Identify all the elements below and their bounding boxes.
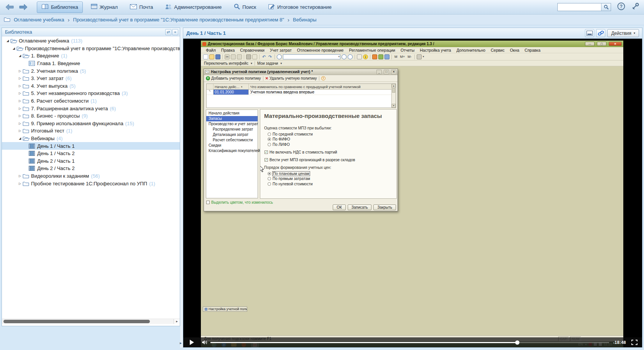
scrollbar-thumb[interactable] [3,320,150,323]
tree-item[interactable]: ◢Производственный учет в программе "1С:У… [2,45,180,52]
tree-item[interactable]: День 2 / Часть 2 [2,165,180,172]
add-policy-button[interactable]: + Добавить учетную политику [206,76,261,80]
twisty-icon[interactable]: ▷ [17,122,23,125]
radio-option[interactable]: По прямым затратам [268,177,393,181]
1c-minimize-button[interactable]: — [585,42,595,46]
dialog-nav-item[interactable]: Запасы [206,116,258,121]
breadcrumb-item[interactable]: Оглавление учебника [14,17,64,23]
dialog-nav-item[interactable]: Детализация затрат [206,132,258,137]
ok-button[interactable]: ОК [333,204,346,210]
twisty-icon[interactable]: ◢ [5,39,10,43]
twisty-icon[interactable]: ▷ [17,99,23,103]
tree-item[interactable]: ▷Видеоролики к заданиям(56) [2,172,180,180]
tree-item[interactable]: ▷8. Бизнес - процессы(9) [2,112,180,120]
radio-option[interactable]: По плановым ценам [268,171,393,176]
twisty-icon[interactable]: ▷ [17,92,23,95]
tab-mail[interactable]: Почта [126,2,157,13]
table-row[interactable]: ✎ 01.01.2000 Учетная политика введена вп… [207,90,396,95]
menu-item[interactable]: Отложенное проведение [294,48,347,52]
my-tasks-button[interactable]: Мои задачи [257,61,278,65]
tree-item[interactable]: День 1 / Часть 2 [2,150,180,157]
actions-button[interactable]: Действия ▾ [607,29,639,37]
zoom-in-icon[interactable] [342,54,347,59]
tree-item[interactable]: Глава 1. Введение [2,60,180,67]
memory-m+-button[interactable]: М+ [399,55,406,59]
tree-item[interactable]: ▷Пробное тестирование 1С:Профессионал по… [2,180,180,187]
play-button[interactable] [183,337,200,347]
menu-item[interactable]: Настройка учета [417,48,453,52]
checkbox-icon[interactable] [206,201,210,204]
mdi-window-tab[interactable]: Настройка учетной полит... [203,306,247,312]
radio-option[interactable]: По ЛИФО [268,142,393,147]
copy-icon[interactable] [231,54,236,59]
search-button[interactable] [601,3,611,11]
breadcrumb-item[interactable]: Производственный учет в программе "1С:Уп… [73,17,284,23]
dialog-nav-item[interactable]: Начало действия [206,111,258,116]
tree-item[interactable]: ▷2. Учетная политика(5) [2,67,180,75]
print-icon[interactable] [246,54,251,59]
tree-item[interactable]: ▷Итоговый тест(1) [2,127,180,135]
tab-search[interactable]: Поиск [230,2,260,13]
collapse-panel-icon[interactable]: « [172,29,178,35]
memory-m-button[interactable]: М [394,55,398,59]
breadcrumb-item[interactable]: Вебинары [293,17,316,23]
save-icon[interactable] [215,54,220,59]
menu-item[interactable]: Дополнительно [454,48,488,52]
twisty-icon[interactable]: ◢ [11,47,16,50]
checkbox-icon[interactable]: ✓ [264,158,268,162]
twisty-icon[interactable]: ◢ [17,137,23,140]
tree-item[interactable]: День 1 / Часть 1 [2,142,180,150]
twisty-icon[interactable]: ▷ [17,182,23,185]
fullscreen-icon[interactable] [631,340,637,345]
column-header-changes[interactable]: Что изменилось по сравнению с предыдущей… [249,84,396,89]
scroll-right-icon[interactable]: ▸ [174,319,180,324]
menu-item[interactable]: Справочники [237,48,267,52]
new-doc-icon[interactable] [203,54,208,59]
checkbox-option[interactable]: ✓Вести учет МПЗ организаций в разрезе ск… [264,157,393,162]
dialog-nav-item[interactable]: Распределение затрат [206,127,258,132]
dialog-maximize-button[interactable]: □ [384,70,389,74]
menu-item[interactable]: Регламентные операции [346,48,398,52]
menu-item[interactable]: Учет затрат [267,48,294,52]
splitter-arrow-icon[interactable]: ▸ [180,341,182,345]
menu-item[interactable]: Отчеты [398,48,417,52]
tree-item[interactable]: ▷3. Учет затрат(6) [2,75,180,82]
tree-item[interactable]: ▷9. Пример использования функционала(15) [2,120,180,128]
memory-m--button[interactable]: М- [407,55,412,59]
menu-item[interactable]: Окна [507,48,522,52]
dialog-nav-item[interactable]: Классификация покупателей [206,148,258,154]
link-icon[interactable] [596,29,605,37]
radio-icon[interactable] [268,132,271,136]
window-mode-icon[interactable] [585,29,594,37]
twisty-icon[interactable]: ▷ [17,69,23,73]
tree-item[interactable]: ◢1. Введение(1) [2,52,180,60]
twisty-icon[interactable]: ▷ [17,77,23,80]
radio-icon[interactable] [268,143,271,146]
dialog-nav-item[interactable]: Скидки [206,143,258,148]
calculator-icon[interactable] [378,54,383,59]
menu-item[interactable]: Справка [522,48,543,52]
tree-item[interactable]: ◢Вебинары(4) [2,135,180,142]
scroll-down-icon[interactable]: ▼ [392,104,396,108]
radio-icon[interactable] [268,137,271,141]
highlight-changes-checkbox[interactable]: Выделить цветом, что изменилось [206,200,273,204]
refresh-icon[interactable]: ⇄ [165,29,171,35]
twisty-icon[interactable]: ▷ [17,107,23,110]
tree-item[interactable]: ▷5. Учет незавершенного производства(3) [2,90,180,97]
radio-option[interactable]: По нулевой стоимости [268,182,393,186]
1c-close-button[interactable]: ✕ [609,42,622,46]
paste-icon[interactable] [237,54,242,59]
write-button[interactable]: Записать [348,204,372,210]
cell-description[interactable]: Учетная политика введена впервые [249,90,396,95]
help-icon[interactable]: ? [617,2,625,12]
tab-admin[interactable]: Администрирование [161,2,226,13]
radio-option[interactable]: По ФИФО [268,137,393,142]
zoom-out-icon[interactable] [348,54,353,59]
calendar-icon[interactable] [372,54,377,59]
radio-option[interactable]: По средней стоимости [268,132,393,136]
dialog-nav-item[interactable]: Расчет себестоимости [206,137,258,143]
1c-maximize-button[interactable]: ▢ [597,42,606,46]
forward-icon[interactable] [18,3,28,11]
search-input[interactable] [558,3,601,11]
quick-search-input[interactable]: ▾ [283,54,340,59]
